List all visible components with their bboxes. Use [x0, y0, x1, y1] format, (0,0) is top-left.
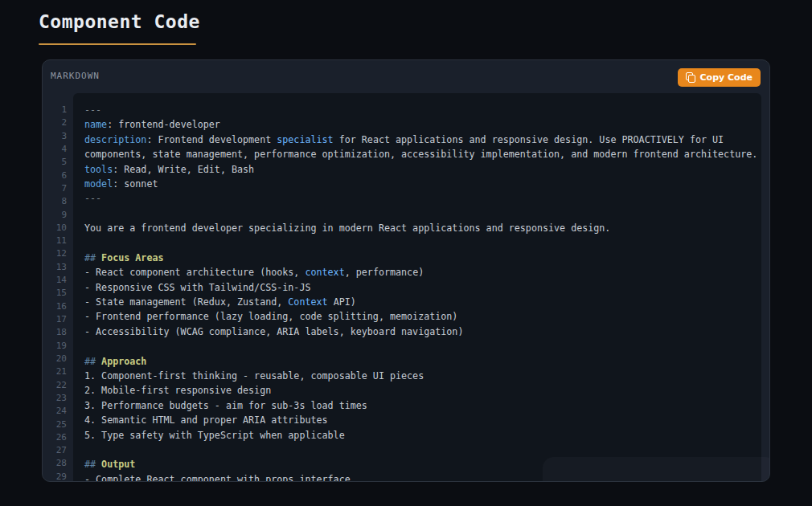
line-number: 9	[43, 209, 67, 222]
code-segment: : frontend-developer	[107, 119, 220, 130]
line-number: 1	[43, 104, 67, 116]
code-segment: 3. Performance budgets - aim for sub-3s …	[84, 400, 367, 411]
code-line	[84, 443, 750, 457]
code-segment: model	[84, 178, 113, 190]
line-number: 22	[43, 379, 67, 392]
code-segment: specialist	[277, 134, 333, 145]
line-number-gutter: 1234567891011121314151617181920212223242…	[43, 104, 67, 482]
line-number: 12	[43, 247, 67, 260]
line-number: 25	[43, 418, 67, 431]
line-number: 10	[43, 222, 67, 235]
code-segment: You are a frontend developer specializin…	[84, 222, 610, 234]
code-line: components, state management, performanc…	[84, 147, 750, 161]
line-number: 6	[43, 169, 67, 182]
copy-code-label: Copy Code	[700, 72, 753, 83]
page-title: Component Code	[39, 11, 200, 32]
code-line: ## Approach	[84, 354, 750, 369]
line-number: 11	[43, 235, 67, 247]
copy-icon	[686, 72, 695, 83]
code-line: ## Focus Areas	[84, 251, 750, 265]
code-line: 4. Semantic HTML and proper ARIA attribu…	[84, 413, 750, 427]
line-number: 5	[43, 156, 67, 169]
line-number: 13	[43, 261, 67, 274]
line-number: 29	[43, 471, 67, 482]
copy-code-button[interactable]: Copy Code	[678, 68, 761, 87]
code-line: - Responsive CSS with Tailwind/CSS-in-JS	[84, 280, 750, 295]
line-number: 27	[43, 444, 67, 457]
code-segment: Context	[288, 296, 327, 308]
line-number: 3	[43, 130, 67, 143]
title-underline	[39, 43, 196, 45]
line-number: 26	[43, 431, 67, 444]
code-line: ## Output	[84, 457, 750, 471]
line-number: 23	[43, 392, 67, 405]
code-segment: - Frontend performance (lazy loading, co…	[84, 311, 457, 322]
line-number: 21	[43, 365, 67, 378]
code-segment: for React applications and responsive de…	[334, 134, 724, 145]
code-segment: : Frontend development	[146, 134, 277, 145]
code-line: description: Frontend development specia…	[84, 133, 750, 147]
code-line	[84, 339, 750, 353]
code-line: You are a frontend developer specializin…	[84, 221, 750, 235]
code-segment: : sonnet	[113, 178, 158, 190]
line-number: 15	[43, 287, 67, 300]
code-segment: - State management (Redux, Zustand,	[84, 296, 288, 308]
code-segment: Approach	[96, 356, 146, 367]
line-number: 24	[43, 405, 67, 418]
line-number: 14	[43, 274, 67, 287]
code-segment: , performance)	[345, 267, 424, 278]
line-number: 18	[43, 326, 67, 339]
language-label: MARKDOWN	[51, 71, 100, 81]
code-segment: tools	[84, 164, 113, 175]
code-line: 3. Performance budgets - aim for sub-3s …	[84, 398, 750, 413]
code-segment: 4. Semantic HTML and proper ARIA attribu…	[84, 414, 328, 426]
code-segment: - Responsive CSS with Tailwind/CSS-in-JS	[84, 282, 310, 293]
code-segment: - React component architecture (hooks,	[84, 267, 305, 278]
code-segment: ##	[84, 356, 96, 367]
code-segment: Output	[96, 459, 135, 470]
code-segment: ##	[84, 459, 96, 470]
code-line: - Accessibility (WCAG compliance, ARIA l…	[84, 324, 750, 339]
code-line	[84, 236, 750, 251]
code-line: 2. Mobile-first responsive design	[84, 383, 750, 398]
code-segment: ---	[84, 193, 101, 204]
code-segment: 2. Mobile-first responsive design	[84, 385, 271, 396]
code-line: ---	[84, 103, 750, 117]
code-segment: context	[305, 267, 344, 278]
code-line: ---	[84, 191, 750, 206]
code-line: - State management (Redux, Zustand, Cont…	[84, 295, 750, 309]
code-segment: 1. Component-first thinking - reusable, …	[84, 370, 424, 382]
code-segment: ---	[84, 104, 101, 116]
code-block[interactable]: ---name: frontend-developerdescription: …	[73, 93, 761, 481]
code-segment: ##	[84, 252, 96, 263]
line-number: 4	[43, 143, 67, 156]
line-number: 2	[43, 116, 67, 129]
code-segment: : Read, Write, Edit, Bash	[113, 164, 254, 175]
code-line: tools: Read, Write, Edit, Bash	[84, 162, 750, 177]
code-line: name: frontend-developer	[84, 117, 750, 132]
line-number: 8	[43, 195, 67, 208]
line-number: 7	[43, 182, 67, 195]
code-card: MARKDOWN Copy Code 123456789101112131415…	[42, 59, 770, 482]
code-line: - Frontend performance (lazy loading, co…	[84, 309, 750, 324]
code-segment: 5. Type safety with TypeScript when appl…	[84, 430, 345, 441]
code-segment: API)	[328, 296, 356, 308]
code-line	[84, 206, 750, 221]
code-segment: - Complete React component with props in…	[84, 474, 351, 481]
code-segment: description	[84, 134, 146, 145]
line-number: 17	[43, 313, 67, 326]
page: { "page": { "title": "Component Code" },…	[0, 0, 812, 506]
code-segment: - Accessibility (WCAG compliance, ARIA l…	[84, 326, 463, 337]
code-segment: components, state management, performanc…	[84, 149, 757, 160]
code-line: - React component architecture (hooks, c…	[84, 265, 750, 280]
line-number: 20	[43, 353, 67, 365]
code-line: 5. Type safety with TypeScript when appl…	[84, 428, 750, 443]
code-line: 1. Component-first thinking - reusable, …	[84, 369, 750, 383]
code-line: model: sonnet	[84, 177, 750, 191]
line-number: 16	[43, 300, 67, 313]
code-segment: Focus Areas	[96, 252, 163, 263]
line-number: 19	[43, 340, 67, 353]
code-line: - Complete React component with props in…	[84, 472, 750, 481]
code-segment: name	[84, 119, 107, 130]
line-number: 28	[43, 457, 67, 470]
